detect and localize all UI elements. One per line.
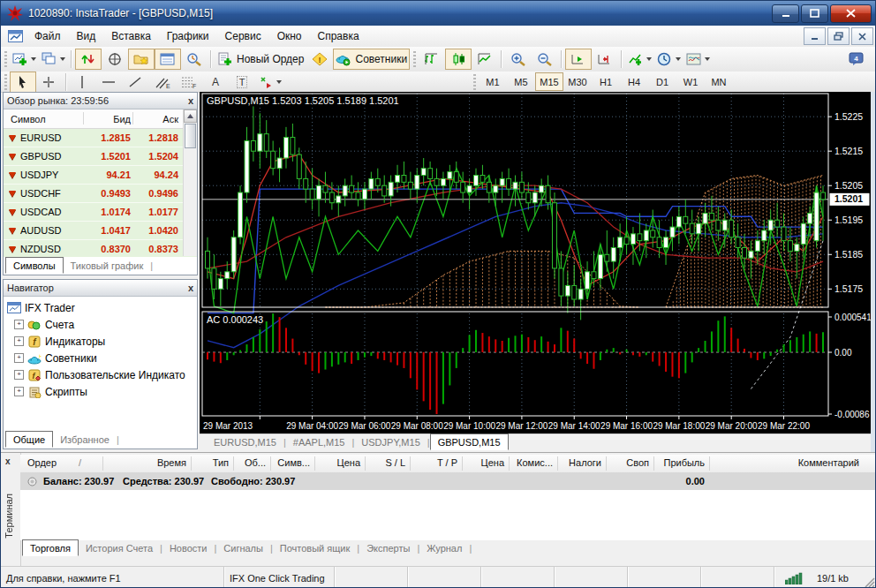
new-order-button[interactable]: Новый Ордер: [215, 49, 306, 70]
navigator-close-icon[interactable]: x: [188, 283, 193, 293]
arrows-tool[interactable]: [255, 72, 284, 93]
navigator-item-1[interactable]: +fИндикаторы: [14, 333, 197, 350]
mdi-minimize-button[interactable]: [804, 27, 826, 45]
metaeditor-alert-button[interactable]: !: [306, 49, 333, 70]
templates-button[interactable]: [683, 49, 713, 70]
cursor-tool[interactable]: [10, 72, 36, 93]
maximize-button[interactable]: [801, 4, 828, 23]
terminal-tab-0[interactable]: Торговля: [22, 539, 79, 556]
navigator-item-0[interactable]: +Счета: [14, 316, 197, 333]
mdi-close-button[interactable]: [851, 27, 873, 45]
navigator-tab-0[interactable]: Общие: [5, 431, 53, 448]
periods-button[interactable]: [654, 49, 683, 70]
crosshair-tool[interactable]: [36, 72, 63, 93]
market-watch-scrollbar[interactable]: [183, 109, 197, 256]
profiles-button-dropdown-icon[interactable]: [60, 57, 65, 61]
indicators-button-dropdown-icon[interactable]: [646, 57, 652, 61]
chart-window-tab-3[interactable]: GBPUSD,M15: [430, 433, 509, 450]
terminal-tab-3[interactable]: Сигналы: [216, 540, 270, 555]
indicators-button[interactable]: [625, 49, 654, 70]
zoom-out-button[interactable]: [532, 49, 558, 70]
data-window-button[interactable]: [102, 49, 128, 70]
expand-plus-icon[interactable]: +: [14, 336, 24, 346]
scrollbar-thumb[interactable]: [185, 124, 196, 148]
vertical-line-tool[interactable]: [70, 72, 96, 93]
terminal-tab-5[interactable]: Эксперты: [359, 540, 417, 555]
menu-item-4[interactable]: Сервис: [217, 27, 269, 45]
menu-item-3[interactable]: Графики: [159, 27, 217, 45]
navigator-tab-1[interactable]: Избранное: [53, 432, 117, 447]
market-watch-tab-0[interactable]: Символы: [5, 257, 64, 274]
terminal-col-13[interactable]: Комментарий: [753, 457, 859, 468]
toolbar-grip[interactable]: [413, 51, 416, 67]
expand-plus-icon[interactable]: +: [14, 320, 24, 329]
timeframe-m5[interactable]: M5: [507, 72, 535, 91]
candlestick-chart-button[interactable]: [445, 49, 472, 70]
terminal-close-icon[interactable]: x: [5, 456, 11, 466]
equidistant-channel-tool[interactable]: E: [149, 72, 176, 93]
menu-item-5[interactable]: Окно: [269, 27, 310, 45]
terminal-tab-6[interactable]: Журнал: [419, 540, 469, 555]
navigator-item-2[interactable]: +Советники: [14, 350, 197, 366]
line-chart-button[interactable]: [472, 49, 498, 70]
market-watch-row-GBPUSD[interactable]: GBPUSD1.52011.5204: [4, 147, 197, 166]
market-watch-tab-1[interactable]: Тиковый график: [64, 258, 151, 273]
strategy-tester-button[interactable]: [181, 49, 208, 70]
timeframe-d1[interactable]: D1: [648, 72, 676, 91]
navigator-toggle[interactable]: [128, 49, 155, 70]
market-watch-close-icon[interactable]: x: [188, 95, 193, 106]
market-watch-toggle[interactable]: [75, 49, 102, 70]
expand-plus-icon[interactable]: +: [14, 387, 24, 396]
trendline-tool[interactable]: [123, 72, 149, 93]
toolbar-grip[interactable]: [473, 74, 476, 90]
mdi-restore-button[interactable]: [827, 27, 850, 45]
scroll-up-icon[interactable]: [184, 109, 197, 123]
status-trading-mode[interactable]: IFX One Click Trading: [224, 567, 335, 588]
market-watch-row-USDCHF[interactable]: USDCHF0.94930.9496: [4, 185, 197, 203]
terminal-tab-2[interactable]: Новости: [162, 540, 215, 555]
timeframe-w1[interactable]: W1: [676, 72, 705, 91]
resize-grip[interactable]: [864, 577, 875, 588]
label-tool[interactable]: T: [229, 72, 255, 93]
zoom-in-button[interactable]: [505, 49, 532, 70]
terminal-col-0[interactable]: Ордер: [27, 457, 57, 468]
expert-advisors-button[interactable]: Советники: [333, 49, 410, 70]
timeframe-h1[interactable]: H1: [592, 72, 620, 91]
chart-shift-toggle[interactable]: [592, 49, 618, 70]
auto-scroll-toggle[interactable]: [565, 49, 592, 70]
market-watch-row-EURUSD[interactable]: EURUSD1.28151.2818: [4, 129, 197, 147]
toolbar-grip[interactable]: [4, 51, 7, 67]
periods-button-dropdown-icon[interactable]: [676, 57, 681, 61]
menu-item-6[interactable]: Справка: [310, 27, 367, 45]
menu-item-0[interactable]: Файл: [26, 27, 69, 45]
chart-window-tab-2[interactable]: USDJPY,M15: [354, 434, 427, 449]
navigator-root-ifx-trader[interactable]: IFX Trader: [7, 299, 197, 316]
gbpusd-m15-chart[interactable]: 1.52251.52151.52051.51951.51851.51751.52…: [200, 92, 871, 433]
timeframe-mn[interactable]: MN: [705, 72, 733, 91]
horizontal-line-tool[interactable]: [96, 72, 123, 93]
minimize-button[interactable]: [772, 4, 799, 23]
chart-window-tab-0[interactable]: EURUSD,M15: [207, 434, 283, 449]
new-chart-button[interactable]: [10, 49, 39, 70]
terminal-col-12[interactable]: Прибыль: [599, 457, 705, 468]
market-watch-row-NZDUSD[interactable]: NZDUSD0.83700.8373: [4, 240, 197, 257]
fibonacci-tool[interactable]: F: [176, 72, 202, 93]
toolbar-grip[interactable]: [4, 74, 7, 90]
new-chart-button-dropdown-icon[interactable]: [31, 57, 36, 61]
menu-item-1[interactable]: Вид: [69, 27, 104, 45]
chart-area[interactable]: 1.52251.52151.52051.51951.51851.51751.52…: [200, 92, 871, 433]
expand-plus-icon[interactable]: +: [14, 353, 24, 363]
market-watch-row-AUDUSD[interactable]: AUDUSD1.04171.0420: [4, 222, 197, 240]
navigator-item-3[interactable]: +fПользовательские Индикато: [14, 366, 197, 383]
chart-window-tab-1[interactable]: #AAPL,M15: [286, 434, 352, 449]
menu-item-2[interactable]: Вставка: [103, 27, 159, 45]
timeframe-m30[interactable]: M30: [563, 72, 592, 91]
timeframe-m15[interactable]: M15: [535, 72, 563, 91]
terminal-tab-4[interactable]: Почтовый ящик: [273, 540, 357, 555]
terminal-tab-1[interactable]: История Счета: [79, 540, 160, 555]
market-watch-row-USDJPY[interactable]: USDJPY94.2194.24: [4, 166, 197, 185]
terminal-toggle[interactable]: [155, 49, 181, 70]
bar-chart-button[interactable]: [419, 49, 445, 70]
profiles-button[interactable]: [39, 49, 68, 70]
navigator-item-4[interactable]: +Скрипты: [14, 383, 197, 400]
